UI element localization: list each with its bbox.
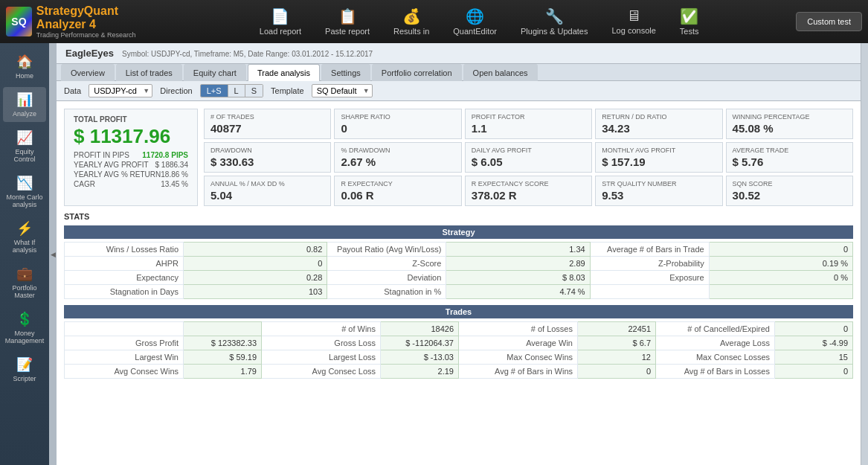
exposure-label: Exposure (590, 271, 709, 285)
nav-quant-editor[interactable]: 🌐 QuantEditor (443, 4, 507, 39)
template-filter-label: Template (271, 86, 304, 95)
data-select-wrapper[interactable]: USDJPY-cd ▼ (89, 84, 152, 97)
top-nav: 📄 Load report 📋 Paste report 💰 Results i… (162, 4, 796, 39)
tab-overview[interactable]: Overview (61, 64, 115, 81)
tab-portfolio-correlation[interactable]: Portfolio correlation (372, 64, 462, 81)
nav-results-in[interactable]: 💰 Results in (383, 4, 440, 39)
metric-profit-factor: PROFIT FACTOR 1.1 (465, 109, 592, 139)
nav-load-report[interactable]: 📄 Load report (249, 4, 312, 39)
cagr-label: CAGR (74, 180, 95, 188)
analyze-icon: 📊 (16, 92, 33, 108)
metric-sharpe: SHARPE RATIO 0 (334, 109, 461, 139)
stagnation-days-value: 103 (184, 285, 327, 299)
sidebar: 🏠 Home 📊 Analyze 📈 Equity Control 📉 Mont… (0, 43, 49, 465)
nav-log-console-label: Log console (611, 26, 655, 35)
sidebar-item-portfolio-master[interactable]: 💼 Portfolio Master (3, 261, 46, 304)
metric-sharpe-label: SHARPE RATIO (341, 113, 454, 121)
metric-drawdown-value: $ 330.63 (210, 155, 324, 168)
sidebar-item-analyze[interactable]: 📊 Analyze (3, 87, 46, 122)
avg-consec-loss-label: Avg Consec Loss (262, 365, 381, 379)
sidebar-what-if-label: What If analysis (6, 239, 43, 254)
num-cancelled-value: 0 (775, 322, 853, 336)
stats-title: STATS (64, 212, 853, 221)
avg-loss-label: Average Loss (656, 336, 775, 350)
sidebar-item-monte-carlo[interactable]: 📉 Monte Carlo analysis (3, 170, 46, 213)
nav-quant-editor-label: QuantEditor (453, 27, 497, 36)
metric-monthly-avg-value: $ 157.19 (602, 155, 716, 168)
nav-plugins-updates[interactable]: 🔧 Plugins & Updates (510, 4, 599, 39)
tab-trade-analysis[interactable]: Trade analysis (248, 64, 320, 81)
yearly-avg-return-value: 18.86 % (161, 170, 188, 179)
table-row: Expectancy 0.28 Deviation $ 8.03 Exposur… (65, 271, 853, 285)
yearly-avg-profit-row: YEARLY AVG PROFIT $ 1886.34 (74, 161, 188, 169)
direction-l-button[interactable]: L (228, 85, 245, 97)
tab-equity-chart[interactable]: Equity chart (184, 64, 246, 81)
stagnation-pct-label: Stagnation in % (327, 285, 446, 299)
profit-pips-row: PROFIT IN PIPS 11720.8 PIPS (74, 151, 188, 159)
sidebar-item-scripter[interactable]: 📝 Scripter (3, 352, 46, 387)
results-in-icon: 💰 (402, 7, 421, 25)
expectancy-value: 0.28 (184, 271, 327, 285)
profit-pips-label: PROFIT IN PIPS (74, 151, 129, 159)
collapse-handle[interactable]: ◀ (49, 43, 57, 465)
metric-r-expectancy-score: R EXPECTANCY SCORE 378.02 R (465, 176, 592, 206)
metric-monthly-avg: MONTHLY AVG PROFIT $ 157.19 (595, 142, 722, 173)
total-profit-label: TOTAL PROFIT (74, 115, 188, 124)
stagnation-empty-label (590, 285, 709, 299)
num-losses-label: # of Losses (459, 322, 578, 336)
sidebar-item-money-management[interactable]: 💲 Money Management (3, 307, 46, 349)
custom-test-button[interactable]: Custom test (796, 12, 862, 31)
gross-loss-label: Gross Loss (262, 336, 381, 350)
metric-winning-pct-label: WINNING PERCENTAGE (733, 113, 846, 121)
main-content: EagleEyes Symbol: USDJPY-cd, Timeframe: … (57, 43, 861, 465)
tab-open-balances[interactable]: Open balances (463, 64, 538, 81)
cagr-value: 13.45 % (161, 180, 188, 188)
yearly-avg-profit-value: $ 1886.34 (155, 161, 189, 169)
data-select[interactable]: USDJPY-cd (89, 84, 152, 97)
trades-section-heading: Trades (64, 305, 853, 318)
metric-annual-dd-label: ANNUAL % / MAX DD % (210, 180, 324, 187)
plugins-icon: 🔧 (545, 7, 564, 25)
nav-log-console[interactable]: 🖥 Log console (601, 4, 666, 39)
logo-icon: SQ (6, 7, 32, 36)
metric-pct-drawdown-value: 2.67 % (341, 155, 454, 168)
tab-settings[interactable]: Settings (321, 64, 370, 81)
quant-editor-icon: 🌐 (466, 7, 484, 25)
content-area[interactable]: TOTAL PROFIT $ 11317.96 PROFIT IN PIPS 1… (57, 101, 861, 465)
nav-tests-label: Tests (680, 27, 699, 36)
max-consec-wins-value: 12 (578, 350, 656, 365)
sidebar-item-what-if[interactable]: ⚡ What If analysis (3, 216, 46, 258)
direction-s-button[interactable]: S (245, 85, 263, 97)
metric-str-quality-label: STR QUALITY NUMBER (602, 180, 716, 187)
tab-list-of-trades[interactable]: List of trades (116, 64, 182, 81)
direction-ls-button[interactable]: L+S (201, 85, 228, 97)
avg-bars-wins-label: Avg # of Bars in Wins (459, 365, 578, 379)
strategy-meta: Symbol: USDJPY-cd, Timeframe: M5, Date R… (122, 50, 373, 58)
sidebar-item-home[interactable]: 🏠 Home (3, 49, 46, 84)
cagr-row: CAGR 13.45 % (74, 180, 188, 188)
paste-report-icon: 📋 (338, 7, 357, 25)
direction-group: L+S L S (200, 84, 263, 97)
nav-paste-report[interactable]: 📋 Paste report (315, 4, 380, 39)
template-select-wrapper[interactable]: SQ Default ▼ (312, 84, 373, 97)
right-scrollbar[interactable] (861, 43, 868, 465)
empty-value-1 (184, 322, 262, 336)
z-score-value: 2.89 (446, 257, 590, 271)
payout-ratio-label: Payout Ratio (Avg Win/Loss) (327, 243, 446, 257)
empty-label-1 (65, 322, 184, 336)
table-row: Largest Win $ 59.19 Largest Loss $ -13.0… (65, 350, 853, 365)
nav-tests[interactable]: ✅ Tests (669, 4, 710, 39)
metric-str-quality-value: 9.53 (602, 189, 716, 202)
nav-paste-report-label: Paste report (325, 27, 370, 36)
strategy-section-heading: Strategy (64, 225, 853, 239)
profit-panel: TOTAL PROFIT $ 11317.96 PROFIT IN PIPS 1… (64, 109, 198, 206)
largest-loss-value: $ -13.03 (381, 350, 459, 365)
sidebar-item-equity-control[interactable]: 📈 Equity Control (3, 125, 46, 167)
avg-consec-wins-value: 1.79 (184, 365, 262, 379)
sidebar-analyze-label: Analyze (13, 110, 36, 118)
what-if-icon: ⚡ (16, 220, 33, 237)
payout-ratio-value: 1.34 (446, 243, 590, 257)
template-select[interactable]: SQ Default (312, 84, 373, 97)
stagnation-pct-value: 4.74 % (446, 285, 590, 299)
metric-drawdown: DRAWDOWN $ 330.63 (204, 142, 331, 173)
